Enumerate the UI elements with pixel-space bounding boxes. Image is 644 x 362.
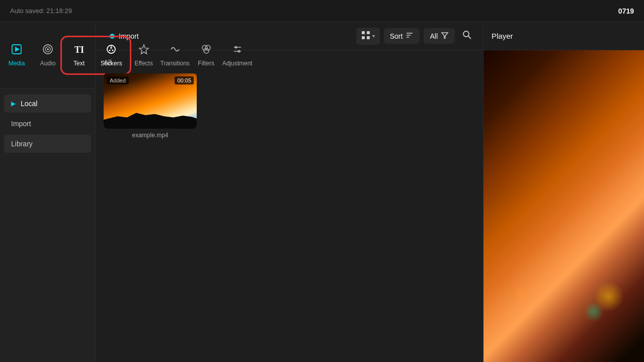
chevron-down-icon: ▾ xyxy=(372,33,375,39)
text-tab-label: Text xyxy=(73,60,85,67)
player-header: Player xyxy=(484,22,644,50)
svg-rect-21 xyxy=(367,36,370,39)
svg-rect-20 xyxy=(362,36,365,39)
nav-tab-adjustment[interactable]: Adjustment xyxy=(223,40,252,71)
nav-tab-effects[interactable]: Effects xyxy=(129,40,158,71)
effects-tab-label: Effects xyxy=(134,60,152,67)
svg-point-13 xyxy=(204,48,209,53)
nav-tab-text[interactable]: TI Text xyxy=(64,40,94,71)
toolbar-right: ▾ Sort All xyxy=(356,27,475,45)
svg-line-27 xyxy=(468,36,471,39)
sidebar-item-local[interactable]: ▶ Local xyxy=(4,95,91,113)
stickers-icon xyxy=(106,44,117,57)
left-sidebar: Media Audio xyxy=(0,22,96,362)
sidebar-item-import[interactable]: Import xyxy=(4,115,91,133)
filters-tab-label: Filters xyxy=(198,60,214,67)
transitions-icon xyxy=(170,44,181,57)
nav-tab-audio[interactable]: Audio xyxy=(33,40,62,71)
time-display: 0719 xyxy=(618,7,634,15)
nav-tab-stickers[interactable]: Stickers xyxy=(96,40,127,71)
svg-point-12 xyxy=(205,45,210,50)
svg-marker-1 xyxy=(15,47,20,52)
media-filename: example.mp4 xyxy=(104,132,197,139)
svg-text:TI: TI xyxy=(74,45,84,55)
svg-rect-18 xyxy=(362,31,365,34)
section-all-label: All xyxy=(104,58,475,66)
player-panel: Player xyxy=(483,22,644,362)
grid-icon xyxy=(361,31,370,42)
media-grid: Added 00:05 example.mp4 xyxy=(104,73,475,139)
text-stickers-group: TI Text Stickers xyxy=(64,40,127,71)
sidebar-menu: ▶ Local Import Library xyxy=(0,88,95,159)
sort-button[interactable]: Sort xyxy=(384,28,420,44)
sort-icon xyxy=(406,31,414,41)
audio-icon xyxy=(42,44,53,57)
svg-marker-25 xyxy=(442,33,448,38)
library-label: Library xyxy=(11,140,33,148)
filter-icon xyxy=(441,31,449,41)
arrow-icon: ▶ xyxy=(11,100,16,107)
play-icon xyxy=(11,44,22,57)
media-thumbnail: Added 00:05 xyxy=(104,73,197,129)
bokeh-decoration xyxy=(514,287,529,302)
filters-icon xyxy=(201,44,212,57)
nav-tab-filters[interactable]: Filters xyxy=(192,40,221,71)
svg-point-17 xyxy=(237,50,240,52)
content-area: Import ▾ Sort xyxy=(96,22,483,362)
duration-badge: 00:05 xyxy=(175,76,194,84)
media-tab-label: Media xyxy=(9,60,25,67)
svg-point-8 xyxy=(109,49,111,51)
nav-tabs: Media Audio xyxy=(0,22,95,88)
svg-rect-19 xyxy=(367,31,370,34)
svg-marker-10 xyxy=(139,45,148,54)
sidebar-item-library[interactable]: Library xyxy=(4,135,91,153)
svg-point-15 xyxy=(234,46,237,48)
local-label: Local xyxy=(21,100,37,108)
nav-tab-transitions[interactable]: Transitions xyxy=(160,40,190,71)
effects-icon xyxy=(138,44,149,57)
svg-point-9 xyxy=(112,49,114,51)
nav-tab-media[interactable]: Media xyxy=(2,40,31,71)
transitions-tab-label: Transitions xyxy=(160,60,190,67)
search-icon xyxy=(462,32,472,42)
added-badge: Added xyxy=(107,76,129,84)
import-sidebar-label: Import xyxy=(11,120,31,128)
content-body: All Added 00:05 example.mp4 xyxy=(96,50,483,362)
autosave-status: Auto saved: 21:18:29 xyxy=(10,7,72,15)
player-preview xyxy=(484,50,644,362)
stickers-tab-label: Stickers xyxy=(101,60,122,67)
svg-point-26 xyxy=(463,31,469,37)
audio-tab-label: Audio xyxy=(40,60,56,67)
top-bar: Auto saved: 21:18:29 0719 xyxy=(0,0,644,22)
filter-button[interactable]: All xyxy=(424,28,455,44)
main-layout: Media Audio xyxy=(0,22,644,362)
svg-point-4 xyxy=(47,48,49,50)
adjustment-tab-label: Adjustment xyxy=(222,60,253,67)
player-title: Player xyxy=(492,32,513,40)
adjustment-icon xyxy=(232,44,243,57)
all-label: All xyxy=(430,32,438,40)
import-dot-icon xyxy=(110,34,115,39)
text-icon: TI xyxy=(73,44,85,57)
search-button[interactable] xyxy=(459,27,475,45)
sort-label: Sort xyxy=(390,32,403,40)
grid-view-button[interactable]: ▾ xyxy=(356,28,380,45)
import-button-label: Import xyxy=(119,32,139,40)
player-preview-bg xyxy=(484,50,644,362)
list-item[interactable]: Added 00:05 example.mp4 xyxy=(104,73,197,139)
